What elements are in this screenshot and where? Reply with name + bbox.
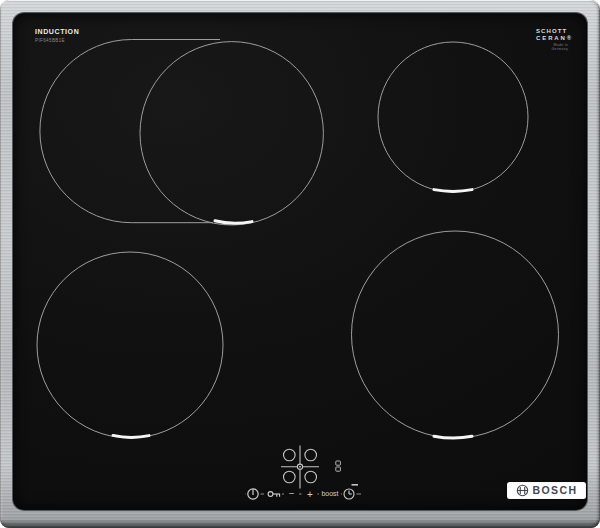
glass-markings: − + boost xyxy=(0,0,600,528)
zone-flex-mark xyxy=(215,221,252,223)
zone-bottom-left-mark xyxy=(113,435,149,437)
zone-flex-oval-outline xyxy=(40,40,220,223)
zone-bottom-right-outline xyxy=(352,231,559,438)
bosch-wordmark: BOSCH xyxy=(533,485,578,496)
zone-select-rear-left[interactable] xyxy=(284,471,296,483)
zone-bottom-left-outline xyxy=(37,252,223,438)
display-segment-icon xyxy=(336,461,341,471)
zone-bottom-right-mark xyxy=(434,436,472,438)
zone-select-front-right[interactable] xyxy=(305,449,317,461)
boost-button[interactable]: boost xyxy=(321,490,338,497)
zone-top-right-outline xyxy=(378,42,528,192)
zone-select-rear-right[interactable] xyxy=(305,471,317,483)
zone-flex-circle-outline xyxy=(140,42,323,225)
zone-top-right-mark xyxy=(434,190,472,192)
minus-button[interactable]: − xyxy=(289,488,295,499)
plus-button[interactable]: + xyxy=(307,489,313,500)
induction-hob: INDUCTION PIF645BB1E SCHOTT CERAN® Made … xyxy=(0,0,600,528)
zone-select-front-left[interactable] xyxy=(284,449,296,461)
bosch-symbol-icon xyxy=(516,484,529,497)
zone-selector-cross-icon xyxy=(281,446,319,489)
bosch-badge: BOSCH xyxy=(507,482,586,499)
